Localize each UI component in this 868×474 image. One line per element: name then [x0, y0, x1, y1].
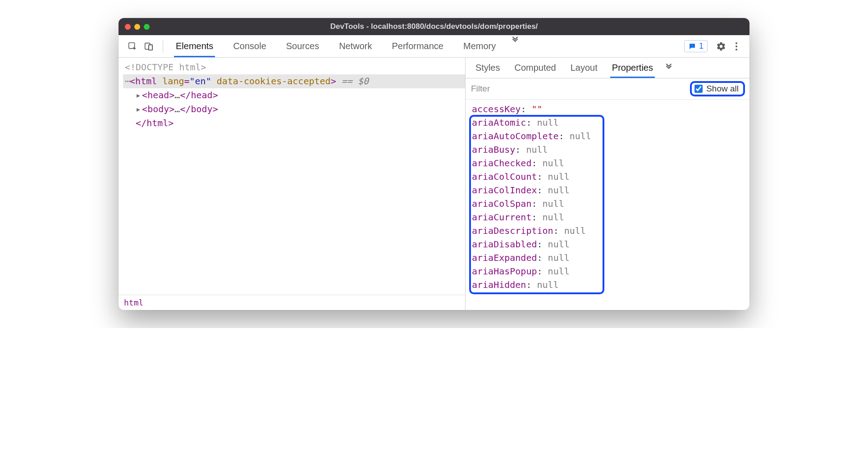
tab-memory[interactable]: Memory — [453, 35, 506, 57]
issues-badge[interactable]: 1 — [684, 40, 708, 52]
main-toolbar: ElementsConsoleSourcesNetworkPerformance… — [119, 35, 749, 58]
show-all-checkbox[interactable] — [694, 85, 703, 93]
property-row[interactable]: ariaBusy: null — [472, 143, 745, 156]
side-panel: StylesComputedLayoutProperties Show all … — [466, 58, 749, 310]
property-row[interactable]: ariaDisabled: null — [472, 237, 745, 251]
titlebar: DevTools - localhost:8080/docs/devtools/… — [119, 18, 749, 35]
toolbar-left — [121, 35, 160, 57]
properties-filter-input[interactable] — [470, 82, 686, 96]
property-row[interactable]: ariaColCount: null — [472, 170, 745, 183]
filter-row: Show all — [466, 78, 749, 100]
property-row[interactable]: ariaExpanded: null — [472, 251, 745, 264]
tab-elements[interactable]: Elements — [166, 35, 223, 57]
property-row[interactable]: ariaDescription: null — [472, 224, 745, 237]
close-window-button[interactable] — [125, 24, 131, 30]
dom-html-open[interactable]: ⋯<html lang="en" data-cookies-accepted> … — [123, 74, 465, 88]
dom-head[interactable]: ▸<head>…</head> — [123, 88, 465, 102]
property-row[interactable]: ariaHasPopup: null — [472, 264, 745, 278]
properties-list[interactable]: accessKey: ""ariaAtomic: nullariaAutoCom… — [466, 100, 749, 310]
property-row[interactable]: ariaHidden: null — [472, 278, 745, 292]
property-row[interactable]: ariaColIndex: null — [472, 183, 745, 197]
svg-rect-2 — [149, 45, 152, 50]
property-row[interactable]: ariaCurrent: null — [472, 210, 745, 224]
tab-network[interactable]: Network — [329, 35, 382, 57]
property-row[interactable]: ariaAtomic: null — [472, 116, 745, 129]
property-row[interactable]: ariaChecked: null — [472, 156, 745, 170]
breadcrumb[interactable]: html — [119, 295, 465, 310]
toolbar-right: 1 — [684, 35, 747, 57]
side-tab-layout[interactable]: Layout — [563, 58, 605, 78]
body-split: <!DOCTYPE html> ⋯<html lang="en" data-co… — [119, 58, 749, 310]
dom-html-close[interactable]: </html> — [123, 116, 465, 130]
dom-body[interactable]: ▸<body>…</body> — [123, 102, 465, 116]
side-tabs: StylesComputedLayoutProperties — [466, 58, 749, 78]
main-tabs: ElementsConsoleSourcesNetworkPerformance… — [166, 35, 506, 57]
zoom-window-button[interactable] — [144, 24, 150, 30]
inspect-element-icon[interactable] — [125, 39, 140, 54]
window-title: DevTools - localhost:8080/docs/devtools/… — [119, 22, 749, 31]
tab-performance[interactable]: Performance — [382, 35, 454, 57]
window-controls — [125, 24, 150, 30]
elements-panel: <!DOCTYPE html> ⋯<html lang="en" data-co… — [119, 58, 466, 310]
device-toolbar-icon[interactable] — [141, 39, 156, 54]
side-tab-properties[interactable]: Properties — [605, 58, 660, 78]
more-tabs-icon[interactable] — [506, 35, 525, 57]
tab-sources[interactable]: Sources — [276, 35, 329, 57]
dom-tree[interactable]: <!DOCTYPE html> ⋯<html lang="en" data-co… — [119, 58, 465, 295]
property-row[interactable]: accessKey: "" — [472, 102, 745, 116]
show-all-highlight: Show all — [690, 81, 745, 96]
dom-doctype[interactable]: <!DOCTYPE html> — [123, 60, 465, 74]
more-side-tabs-icon[interactable] — [660, 62, 677, 74]
property-row[interactable]: ariaColSpan: null — [472, 197, 745, 210]
property-row[interactable]: ariaAutoComplete: null — [472, 129, 745, 143]
kebab-menu-icon[interactable] — [729, 39, 744, 54]
toolbar-divider — [163, 40, 163, 53]
issues-count: 1 — [699, 41, 704, 51]
show-all-label[interactable]: Show all — [706, 84, 739, 94]
tab-console[interactable]: Console — [223, 35, 276, 57]
side-tab-computed[interactable]: Computed — [507, 58, 563, 78]
devtools-window: DevTools - localhost:8080/docs/devtools/… — [119, 18, 749, 310]
minimize-window-button[interactable] — [134, 24, 140, 30]
settings-icon[interactable] — [713, 39, 729, 54]
side-tab-styles[interactable]: Styles — [468, 58, 507, 78]
